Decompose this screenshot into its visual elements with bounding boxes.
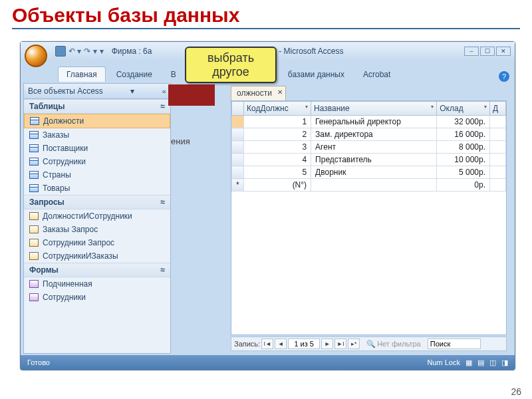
cell[interactable]: 3 <box>244 141 311 154</box>
nav-item-form1[interactable]: Подчиненная <box>24 277 170 291</box>
table-row[interactable]: 2Зам. директора16 000р. <box>232 128 506 141</box>
cell[interactable]: 10 000р. <box>437 154 490 166</box>
nav-item-label: Заказы <box>43 130 69 140</box>
nav-item-sotrudniki[interactable]: Сотрудники <box>24 155 170 168</box>
window-controls: – ☐ ✕ <box>464 47 511 56</box>
qat-more-icon[interactable]: ▾ <box>100 47 104 56</box>
filter-icon: 🔍 <box>366 340 376 348</box>
save-icon[interactable] <box>55 46 66 57</box>
tab-home[interactable]: Главная <box>58 66 106 82</box>
help-icon[interactable]: ? <box>499 71 509 82</box>
new-row[interactable]: *(N°)0р. <box>232 179 506 192</box>
cell[interactable]: 0р. <box>437 179 490 192</box>
redo-icon[interactable]: ↷ ▾ <box>84 47 96 56</box>
cell[interactable]: Зам. директора <box>311 128 437 141</box>
cell[interactable]: 1 <box>244 116 311 128</box>
table-row[interactable]: 3Агент8 000р. <box>232 141 506 154</box>
new-record-button[interactable]: ▸* <box>348 338 360 349</box>
close-button[interactable]: ✕ <box>496 47 511 56</box>
col-label: Оклад <box>440 104 463 113</box>
nav-item-label: Должности <box>43 116 84 126</box>
cell[interactable]: 32 000р. <box>437 116 490 128</box>
next-record-button[interactable]: ► <box>321 338 333 349</box>
cell[interactable]: Представитель <box>311 154 437 166</box>
col-extra[interactable]: Д <box>490 102 506 116</box>
nav-group-tables[interactable]: Таблицы ≈ <box>24 99 170 114</box>
tab-create[interactable]: Создание <box>108 67 160 82</box>
nav-item-query1[interactable]: ДолжностиИСотрудники <box>24 209 170 223</box>
nav-item-strany[interactable]: Страны <box>24 168 170 182</box>
document-area: ения олжности ✕ КодДолжнс▾ Название▾ Окл… <box>171 83 512 354</box>
undo-icon[interactable]: ↶ ▾ <box>68 47 81 56</box>
cell[interactable]: 16 000р. <box>437 128 490 141</box>
view-design-icon[interactable]: ▤ <box>477 358 484 367</box>
table-icon <box>29 144 39 152</box>
tab-acrobat[interactable]: Acrobat <box>355 67 398 82</box>
nav-collapse-icon[interactable]: « <box>162 87 166 95</box>
cell[interactable]: 5 <box>244 166 311 179</box>
search-input[interactable] <box>428 338 481 349</box>
cell[interactable]: 5 000р. <box>437 166 490 179</box>
recnav-label: Запись: <box>234 340 260 348</box>
nav-item-query3[interactable]: Сотрудники Запрос <box>24 236 170 249</box>
document-tab-label: олжности <box>237 88 272 98</box>
cell[interactable]: 8 000р. <box>437 141 490 154</box>
table-icon <box>29 158 39 166</box>
tab-hidden[interactable]: В <box>163 67 184 82</box>
view-pivot-icon[interactable]: ◫ <box>489 358 496 367</box>
nav-item-label: Заказы Запрос <box>43 225 98 234</box>
nav-dropdown-icon[interactable]: ▾ <box>130 86 134 96</box>
col-name[interactable]: Название▾ <box>311 102 437 116</box>
statusbar: Готово Num Lock ▦ ▤ ◫ ◨ <box>21 355 515 370</box>
callout-line2: другое <box>212 65 249 78</box>
nav-item-postavshchiki[interactable]: Поставщики <box>24 142 170 155</box>
view-chart-icon[interactable]: ◨ <box>501 358 508 367</box>
minimize-button[interactable]: – <box>464 47 479 56</box>
slide-title: Объекты базы данных <box>0 0 532 28</box>
nav-header[interactable]: Все объекты Access ▾ « <box>24 84 170 99</box>
table-row[interactable]: 5Дворник5 000р. <box>232 166 506 179</box>
table-icon <box>30 117 39 125</box>
first-record-button[interactable]: I◄ <box>261 338 273 349</box>
office-button[interactable] <box>25 45 47 67</box>
col-id[interactable]: КодДолжнс▾ <box>244 102 311 116</box>
ribbon-fragment <box>168 84 215 106</box>
cell[interactable]: 4 <box>244 154 311 166</box>
nav-item-label: Сотрудники Запрос <box>43 238 114 247</box>
table-row[interactable]: 1Генеральный директор32 000р. <box>232 116 506 128</box>
cell[interactable]: (N°) <box>244 179 311 192</box>
record-position-input[interactable] <box>288 338 320 349</box>
col-salary[interactable]: Оклад▾ <box>437 102 490 116</box>
query-icon <box>29 239 39 247</box>
cell[interactable]: 2 <box>244 128 311 141</box>
nav-item-zakazy[interactable]: Заказы <box>24 128 170 142</box>
cell[interactable]: Агент <box>311 141 437 154</box>
last-record-button[interactable]: ►I <box>334 338 346 349</box>
status-text: Готово <box>27 358 50 366</box>
nav-item-query2[interactable]: Заказы Запрос <box>24 223 170 236</box>
nav-item-query4[interactable]: СотрудникиИЗаказы <box>24 249 170 263</box>
hidden-text-fragment: ения <box>171 136 190 146</box>
cell[interactable]: Генеральный директор <box>311 116 437 128</box>
cell[interactable] <box>311 179 437 192</box>
document-tab[interactable]: олжности ✕ <box>231 86 286 100</box>
window-title-left: Фирма : 6а <box>112 47 152 56</box>
cell[interactable]: Дворник <box>311 166 437 179</box>
numlock-indicator: Num Lock <box>427 358 460 366</box>
datasheet[interactable]: КодДолжнс▾ Название▾ Оклад▾ Д 1Генеральн… <box>231 100 507 335</box>
nav-group-queries[interactable]: Запросы ≈ <box>24 195 170 209</box>
table-row[interactable]: 4Представитель10 000р. <box>232 154 506 166</box>
select-all-cell[interactable] <box>232 102 244 116</box>
nav-item-dolzhnosti[interactable]: Должности <box>24 114 170 128</box>
form-icon <box>29 280 39 288</box>
nav-item-tovary[interactable]: Товары <box>24 182 170 195</box>
view-datasheet-icon[interactable]: ▦ <box>466 358 472 367</box>
nav-group-forms[interactable]: Формы ≈ <box>24 263 170 277</box>
nav-item-label: Подчиненная <box>43 279 92 289</box>
prev-record-button[interactable]: ◄ <box>275 338 287 349</box>
maximize-button[interactable]: ☐ <box>480 47 495 56</box>
window-title-right: 00) - Microsoft Access <box>265 47 343 56</box>
tab-dbtools[interactable]: базами данных <box>280 67 352 82</box>
nav-item-form2[interactable]: Сотрудники <box>24 291 170 304</box>
close-icon[interactable]: ✕ <box>277 88 283 96</box>
